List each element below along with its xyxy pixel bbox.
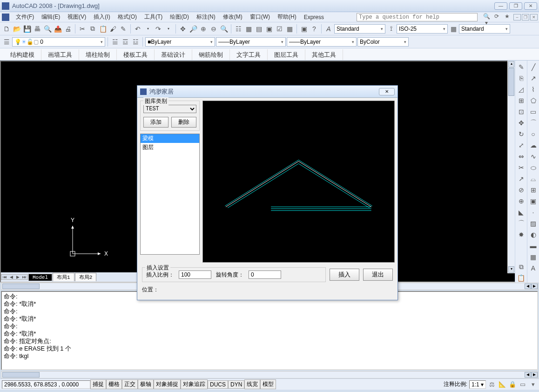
menu-format[interactable]: 格式(O): [114, 12, 141, 22]
zoom-rt-icon[interactable]: 🔎: [189, 24, 198, 34]
menu-insert[interactable]: 插入(I): [90, 12, 114, 22]
menu-dim[interactable]: 标注(N): [193, 12, 219, 22]
tab-column[interactable]: 墙柱绘制: [79, 49, 117, 60]
tab-layer[interactable]: 图层工具: [268, 49, 305, 60]
offset-icon[interactable]: ⊞: [517, 96, 526, 105]
toggle-model[interactable]: 模型: [260, 379, 276, 389]
tab-slab[interactable]: 楼板工具: [117, 49, 155, 60]
plotstyle-dropdown[interactable]: ByColor: [357, 37, 409, 47]
toggle-ortho[interactable]: 正交: [122, 379, 138, 389]
table-style-dropdown[interactable]: Standard: [459, 24, 510, 34]
anno-scale-dropdown[interactable]: 1:1 ▾: [469, 380, 486, 389]
lineweight-dropdown[interactable]: —— ByLayer: [287, 37, 357, 47]
ellarc-icon[interactable]: ⌓: [529, 174, 538, 183]
color-dropdown[interactable]: ■ ByLayer: [145, 37, 215, 47]
text-style-dropdown[interactable]: Standard: [334, 24, 385, 34]
linetype-dropdown[interactable]: —— ByLayer: [216, 37, 286, 47]
comm-center-icon[interactable]: ⟳: [492, 13, 501, 21]
arc-icon[interactable]: ⌒: [529, 118, 538, 128]
open-icon[interactable]: 📂: [12, 24, 21, 34]
dialog-close-button[interactable]: ✕: [379, 88, 395, 95]
toggle-dyn[interactable]: DYN: [228, 380, 244, 389]
menu-tools[interactable]: 工具(T): [141, 12, 166, 22]
menu-modify[interactable]: 修改(M): [219, 12, 246, 22]
help-icon[interactable]: ?: [310, 24, 319, 34]
tab-nav[interactable]: ⏮◀▶⏭: [1, 274, 28, 280]
brush-icon[interactable]: ✎: [119, 24, 128, 34]
add-button[interactable]: 添加: [143, 117, 168, 128]
list-item[interactable]: 梁模: [141, 134, 199, 143]
calc-icon[interactable]: ▦: [285, 24, 294, 34]
explode-icon[interactable]: ✸: [517, 230, 526, 239]
preview-icon[interactable]: 🔍: [43, 24, 52, 34]
minimize-button[interactable]: —: [494, 2, 507, 10]
mdi-min-button[interactable]: –: [513, 14, 521, 20]
sheet-icon[interactable]: ▣: [264, 24, 274, 34]
cmd-hscrollbar[interactable]: ◀▶: [1, 371, 538, 378]
vscrollbar[interactable]: ▴ ▾: [507, 61, 515, 273]
menu-express[interactable]: Express: [300, 13, 328, 21]
tab-model[interactable]: Model: [28, 274, 52, 281]
copy-icon[interactable]: ⧉: [88, 24, 97, 34]
tab-rebar[interactable]: 钢筋绘制: [192, 49, 230, 60]
circle-icon[interactable]: ○: [529, 129, 538, 139]
help-search-input[interactable]: [357, 13, 478, 21]
mdi-close-button[interactable]: ✕: [530, 14, 538, 20]
layer-dropdown[interactable]: 💡☀🔓▢ 0: [12, 37, 105, 47]
dimstyle-icon[interactable]: ⟟: [386, 24, 396, 34]
line-icon[interactable]: ╱: [529, 62, 538, 72]
scale-icon[interactable]: ⤢: [517, 141, 526, 150]
ratio-input[interactable]: [179, 270, 211, 279]
rotation-input[interactable]: [249, 270, 281, 279]
undo-icon[interactable]: ↶: [133, 24, 142, 34]
menu-help[interactable]: 帮助(H): [274, 12, 300, 22]
tab-text[interactable]: 文字工具: [230, 49, 268, 60]
toggle-osnap[interactable]: 对象捕捉: [154, 379, 181, 389]
zoom-prev-icon[interactable]: ⊖: [209, 24, 218, 34]
layer-state-icon[interactable]: ☲: [121, 37, 130, 47]
favorites-icon[interactable]: ★: [503, 13, 511, 21]
tablestyle-icon[interactable]: ▦: [449, 24, 458, 34]
search-icon[interactable]: 🔍▾: [482, 13, 491, 21]
extend-icon[interactable]: ↗: [517, 174, 526, 183]
fillet-icon[interactable]: ⌒: [517, 219, 526, 228]
rotate-icon[interactable]: ↻: [517, 129, 526, 139]
dim-style-dropdown[interactable]: ISO-25: [397, 24, 448, 34]
region-icon[interactable]: ▬: [529, 241, 538, 250]
mdi-restore-button[interactable]: ❐: [522, 14, 529, 20]
block-icon[interactable]: ▣: [299, 24, 309, 34]
tab-wall[interactable]: 画墙工具: [41, 49, 79, 60]
polygon-icon[interactable]: ⬠: [529, 96, 538, 105]
block2-icon[interactable]: ▣: [529, 196, 538, 206]
zoom-icon[interactable]: 🔍: [219, 24, 229, 34]
props-icon[interactable]: ☷: [234, 24, 243, 34]
toggle-lwt[interactable]: 线宽: [244, 379, 260, 389]
layer-prev-icon[interactable]: ☱: [110, 37, 120, 47]
menu-window[interactable]: 窗口(W): [246, 12, 274, 22]
toggle-ducs[interactable]: DUCS: [208, 380, 228, 389]
textstyle-icon[interactable]: A: [324, 24, 333, 34]
lock-icon[interactable]: 🔒: [508, 381, 517, 388]
paste-icon[interactable]: 📋: [98, 24, 108, 34]
mirror-icon[interactable]: ◿: [517, 85, 526, 94]
layer-iso-icon[interactable]: ☳: [131, 37, 140, 47]
menu-edit[interactable]: 编辑(E): [38, 12, 64, 22]
plot-icon[interactable]: 🖨: [63, 24, 73, 34]
toggle-snap[interactable]: 捕捉: [90, 379, 106, 389]
clean-icon[interactable]: ▾: [529, 381, 537, 388]
rect-icon[interactable]: ▭: [529, 107, 538, 116]
match-icon[interactable]: 🖌: [108, 24, 118, 34]
new-icon[interactable]: 🗋: [2, 24, 11, 34]
xline-icon[interactable]: ↗: [529, 74, 538, 83]
revcloud-icon[interactable]: ☁: [529, 141, 538, 150]
pasteclip-icon[interactable]: 📋: [517, 273, 526, 283]
copy2-icon[interactable]: ⎘: [517, 74, 526, 83]
cut-icon[interactable]: ✂: [78, 24, 87, 34]
command-window[interactable]: 命令: 命令: *取消* 命令: 命令: *取消* 命令: 命令: *取消* 命…: [1, 291, 538, 370]
chamfer-icon[interactable]: ◣: [517, 208, 526, 217]
save-icon[interactable]: 💾: [22, 24, 32, 34]
tpalette-icon[interactable]: ▤: [254, 24, 263, 34]
break-icon[interactable]: ⊘: [517, 185, 526, 195]
spline-icon[interactable]: ∿: [529, 152, 538, 161]
markup-icon[interactable]: ☑: [275, 24, 284, 34]
